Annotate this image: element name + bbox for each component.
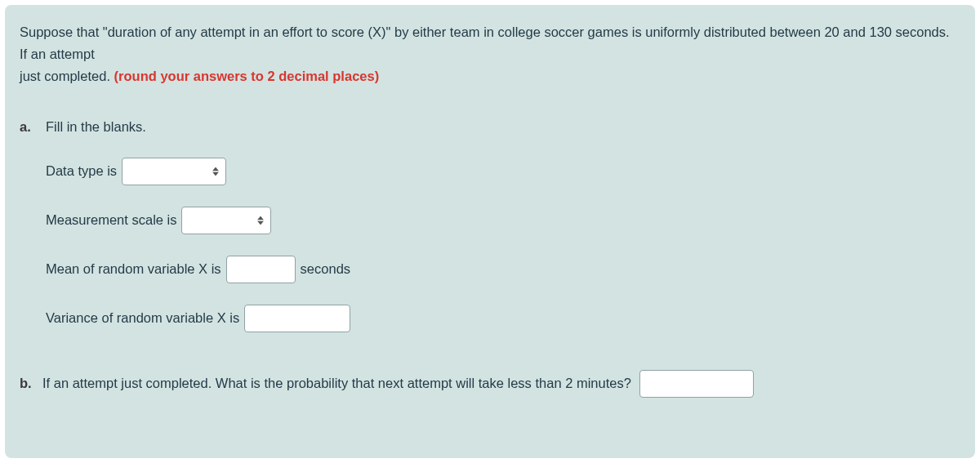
data-type-select[interactable] — [122, 158, 226, 185]
svg-marker-0 — [212, 167, 219, 171]
mean-label: Mean of random variable X is — [46, 261, 221, 277]
mean-input[interactable] — [226, 256, 296, 283]
svg-marker-3 — [257, 220, 264, 225]
question-b-text: If an attempt just completed. What is th… — [42, 376, 631, 391]
question-a-title: Fill in the blanks. — [46, 119, 146, 135]
svg-marker-2 — [257, 216, 264, 220]
row-mean: Mean of random variable X is seconds — [46, 256, 960, 283]
select-arrows-icon — [257, 216, 264, 225]
row-measurement-scale: Measurement scale is — [46, 207, 960, 234]
variance-label: Variance of random variable X is — [46, 310, 239, 326]
intro-line2-prefix: just completed. — [20, 69, 114, 83]
question-a-label: a. — [20, 119, 34, 135]
measurement-scale-label: Measurement scale is — [46, 212, 176, 228]
row-data-type: Data type is — [46, 158, 960, 185]
measurement-scale-select[interactable] — [181, 207, 271, 234]
variance-input[interactable] — [244, 305, 350, 332]
mean-suffix: seconds — [301, 261, 350, 277]
select-arrows-icon — [212, 167, 219, 176]
data-type-label: Data type is — [46, 163, 117, 179]
question-panel: Suppose that "duration of any attempt in… — [5, 5, 975, 458]
question-b: b. If an attempt just completed. What is… — [20, 370, 960, 398]
rounding-note: (round your answers to 2 decimal places) — [114, 69, 380, 83]
question-b-label: b. — [20, 376, 34, 391]
row-variance: Variance of random variable X is — [46, 305, 960, 332]
svg-marker-1 — [212, 171, 219, 176]
question-a: a. Fill in the blanks. Data type is Meas… — [20, 119, 960, 332]
probability-input[interactable] — [639, 370, 754, 398]
intro-text: Suppose that "duration of any attempt in… — [20, 21, 960, 88]
intro-line1: Suppose that "duration of any attempt in… — [20, 24, 950, 61]
